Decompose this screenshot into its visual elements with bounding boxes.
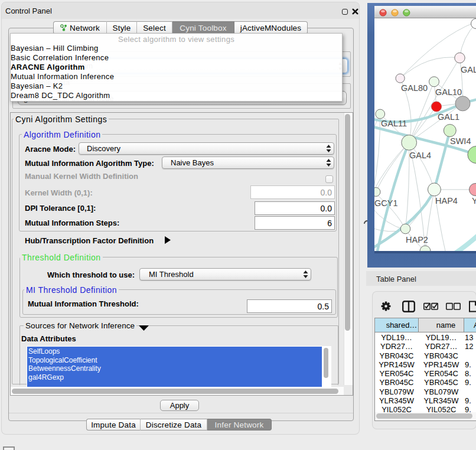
svg-text:GAL2: GAL2 (461, 65, 476, 74)
svg-text:GAL80: GAL80 (401, 83, 428, 93)
svg-text:HAP2: HAP2 (406, 235, 428, 244)
svg-text:GAL10: GAL10 (435, 87, 462, 97)
svg-text:GCY1: GCY1 (374, 198, 398, 208)
svg-text:GAL1: GAL1 (438, 112, 459, 122)
svg-text:SWI4: SWI4 (450, 136, 471, 146)
svg-text:Y: Y (472, 196, 476, 206)
svg-text:HAP4: HAP4 (435, 196, 458, 206)
svg-text:GAL4: GAL4 (409, 151, 431, 160)
svg-text:GAL11: GAL11 (381, 119, 407, 128)
